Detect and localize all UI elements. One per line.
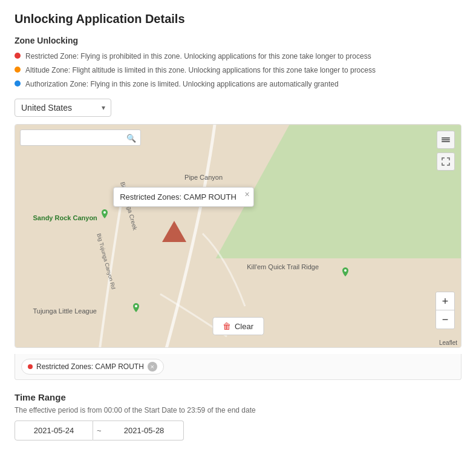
- zoom-in-button[interactable]: +: [436, 292, 454, 310]
- zone-tag-label: Restricted Zones: CAMP ROUTH: [36, 362, 144, 371]
- zone-tag-camp-routh: Restricted Zones: CAMP ROUTH ×: [21, 359, 164, 375]
- zone-unlocking-title: Zone Unlocking: [15, 36, 461, 45]
- date-separator: ~: [93, 421, 105, 440]
- search-icon: 🔍: [126, 133, 136, 142]
- leaflet-credit: Leaflet: [439, 339, 457, 346]
- altitude-zone-dot: [15, 67, 21, 73]
- clear-button-label: Clear: [235, 322, 253, 331]
- layers-icon: [441, 135, 451, 145]
- fullscreen-icon: [442, 157, 450, 166]
- country-select[interactable]: United States Canada United Kingdom Aust…: [15, 99, 111, 117]
- svg-rect-4: [442, 139, 450, 140]
- svg-point-1: [135, 305, 137, 307]
- map-search-input[interactable]: [20, 129, 141, 146]
- sandy-rock-pin-icon: [100, 209, 109, 223]
- restricted-zone-text: Restricted Zone: Flying is prohibited in…: [25, 51, 371, 62]
- clear-button[interactable]: 🗑 Clear: [212, 317, 264, 335]
- time-range-section: Time Range The effective period is from …: [15, 392, 461, 440]
- zone-tag-remove-button[interactable]: ×: [148, 362, 157, 372]
- country-select-wrapper: United States Canada United Kingdom Aust…: [15, 99, 111, 117]
- end-date-input[interactable]: [105, 421, 184, 440]
- map-popup-text: Restricted Zones: CAMP ROUTH: [120, 192, 236, 201]
- svg-point-2: [344, 269, 347, 272]
- page-title: Unlocking Application Details: [15, 12, 461, 26]
- map-popup-close-icon[interactable]: ×: [245, 190, 250, 198]
- legend-item-restricted: Restricted Zone: Flying is prohibited in…: [15, 51, 461, 62]
- trash-icon: 🗑: [223, 321, 231, 331]
- legend-item-altitude: Altitude Zone: Flight altitude is limite…: [15, 65, 461, 76]
- restricted-zone-marker[interactable]: [162, 221, 186, 242]
- zone-tag-dot: [28, 364, 33, 369]
- map-search-wrapper: 🔍: [20, 129, 141, 146]
- map-container[interactable]: Pipe Canyon Sandy Rock Canyon Big Tujung…: [15, 124, 461, 348]
- killem-pin-icon: [341, 267, 350, 281]
- zoom-out-button[interactable]: −: [436, 310, 454, 329]
- restricted-zone-dot: [15, 53, 21, 59]
- tujunga-league-pin-icon: [131, 303, 141, 317]
- authorization-zone-dot: [15, 80, 21, 87]
- selected-zones-list: Restricted Zones: CAMP ROUTH ×: [15, 354, 461, 380]
- start-date-input[interactable]: [15, 421, 93, 440]
- time-range-hint: The effective period is from 00:00 of th…: [15, 406, 461, 414]
- svg-rect-3: [442, 141, 450, 142]
- legend-item-authorization: Authorization Zone: Flying in this zone …: [15, 79, 461, 90]
- zone-unlocking-section: Zone Unlocking Restricted Zone: Flying i…: [15, 36, 461, 89]
- map-popup: Restricted Zones: CAMP ROUTH ×: [113, 187, 254, 207]
- fullscreen-button[interactable]: [437, 152, 455, 171]
- svg-rect-5: [442, 137, 450, 139]
- date-range-row: ~: [15, 421, 461, 440]
- map-zoom-controls: + −: [435, 292, 455, 329]
- time-range-title: Time Range: [15, 392, 461, 402]
- layers-button[interactable]: [437, 131, 455, 149]
- map-controls: [437, 131, 455, 171]
- svg-point-0: [103, 211, 106, 214]
- authorization-zone-text: Authorization Zone: Flying in this zone …: [25, 79, 339, 90]
- legend-list: Restricted Zone: Flying is prohibited in…: [15, 51, 461, 89]
- altitude-zone-text: Altitude Zone: Flight altitude is limite…: [25, 65, 376, 76]
- clear-btn-wrapper: 🗑 Clear: [212, 317, 264, 335]
